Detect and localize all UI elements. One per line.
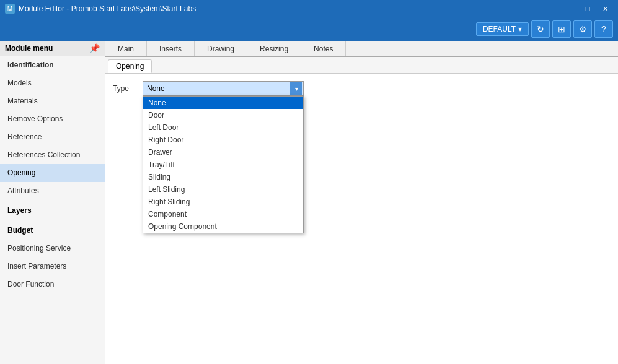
sub-tab-opening[interactable]: Opening [108,59,152,73]
main-tabs-area: Main Inserts Drawing Resizing Notes Open… [105,41,618,364]
toolbar: DEFAULT ▾ ↻ ⊞ ⚙ ? [0,17,618,41]
sidebar-item-layers[interactable]: Layers [0,200,105,220]
help-icon: ? [601,24,606,34]
sidebar-item-attributes[interactable]: Attributes [0,182,105,200]
dropdown-item-door[interactable]: Door [143,109,303,121]
help-button[interactable]: ? [594,20,613,38]
dropdown-item-left-door[interactable]: Left Door [143,121,303,134]
sidebar-item-budget[interactable]: Budget [0,220,105,240]
window-controls: ─ □ ✕ [562,2,613,15]
grid-button[interactable]: ⊞ [552,20,571,38]
tab-drawing[interactable]: Drawing [195,41,247,56]
app-icon: M [5,4,15,14]
type-select[interactable]: NoneDoorLeft DoorRight DoorDrawerTray/Li… [143,81,304,96]
refresh-button[interactable]: ↻ [531,20,550,38]
sidebar-item-insert-parameters[interactable]: Insert Parameters [0,258,105,275]
sidebar-items: Identification Models Materials Remove O… [0,56,105,364]
settings-button[interactable]: ⚙ [573,20,592,38]
dropdown-item-right-door[interactable]: Right Door [143,134,303,146]
default-button[interactable]: DEFAULT ▾ [476,22,529,36]
dropdown-item-opening-component[interactable]: Opening Component [143,220,303,233]
tab-notes[interactable]: Notes [301,41,346,56]
top-tabs: Main Inserts Drawing Resizing Notes [105,41,618,57]
type-row: Type NoneDoorLeft DoorRight DoorDrawerTr… [113,81,611,96]
maximize-button[interactable]: □ [580,2,596,15]
window-title: Module Editor - Promob Start Labs\System… [19,4,196,13]
sidebar-item-materials[interactable]: Materials [0,92,105,110]
type-select-wrapper: NoneDoorLeft DoorRight DoorDrawerTray/Li… [143,81,304,96]
dropdown-item-sliding[interactable]: Sliding [143,171,303,183]
title-bar: M Module Editor - Promob Start Labs\Syst… [0,0,618,17]
title-bar-left: M Module Editor - Promob Start Labs\Syst… [5,4,196,14]
sidebar-item-remove-options[interactable]: Remove Options [0,110,105,128]
sidebar-item-positioning-service[interactable]: Positioning Service [0,240,105,258]
tab-inserts[interactable]: Inserts [147,41,195,56]
close-button[interactable]: ✕ [597,2,613,15]
dropdown-item-component[interactable]: Component [143,208,303,220]
settings-icon: ⚙ [579,24,587,34]
dropdown-item-left-sliding[interactable]: Left Sliding [143,183,303,196]
tab-resizing[interactable]: Resizing [247,41,301,56]
sub-tabs: Opening [105,57,618,74]
sidebar: Module menu 📌 Identification Models Mate… [0,41,105,364]
sidebar-item-reference[interactable]: Reference [0,128,105,146]
form-area: Type NoneDoorLeft DoorRight DoorDrawerTr… [105,74,618,108]
main-container: Module menu 📌 Identification Models Mate… [0,41,618,364]
pin-icon[interactable]: 📌 [89,43,100,53]
default-label: DEFAULT [483,25,516,33]
type-dropdown-list[interactable]: NoneDoorLeft DoorRight DoorDrawerTray/Li… [143,96,304,233]
sidebar-item-identification[interactable]: Identification [0,56,105,74]
dropdown-item-tray/lift[interactable]: Tray/Lift [143,158,303,171]
sidebar-item-door-function[interactable]: Door Function [0,275,105,293]
dropdown-item-drawer[interactable]: Drawer [143,146,303,158]
dropdown-item-right-sliding[interactable]: Right Sliding [143,196,303,208]
grid-icon: ⊞ [558,24,565,34]
dropdown-item-none[interactable]: None [143,97,303,109]
tab-main[interactable]: Main [105,41,147,56]
type-label: Type [113,84,138,93]
content-area: Opening Type NoneDoorLeft DoorRight Do [105,57,618,364]
sidebar-item-models[interactable]: Models [0,74,105,92]
sidebar-header: Module menu 📌 [0,41,105,56]
default-dropdown-icon: ▾ [518,25,522,33]
refresh-icon: ↻ [537,24,544,34]
minimize-button[interactable]: ─ [562,2,578,15]
sidebar-item-references-collection[interactable]: References Collection [0,146,105,164]
sidebar-title: Module menu [5,44,53,53]
sidebar-item-opening[interactable]: Opening [0,164,105,182]
